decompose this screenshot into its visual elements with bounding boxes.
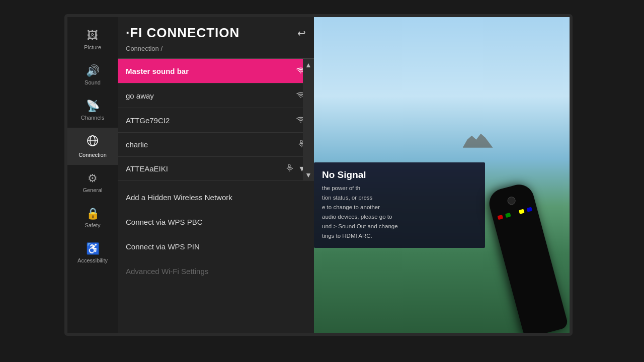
scrollbar[interactable]: ▲ ▼ — [303, 59, 314, 181]
accessibility-icon: ♿ — [86, 242, 100, 255]
remote-body — [486, 182, 569, 333]
channels-icon: 📡 — [86, 100, 100, 113]
sidebar-item-accessibility[interactable]: ♿ Accessibility — [67, 235, 118, 270]
general-icon: ⚙ — [88, 172, 98, 185]
connection-icon — [87, 135, 99, 150]
tv-background: No Signal the power of th tion status, o… — [314, 17, 570, 333]
network-item-master-sound-bar[interactable]: Master sound bar — [118, 59, 314, 83]
remote-button-blue — [526, 207, 532, 212]
network-item-go-away[interactable]: go away — [118, 83, 314, 108]
panel-header: ·FI CONNECTION ↩ — [118, 17, 314, 45]
remote-hand — [439, 127, 570, 333]
panel-title: ·FI CONNECTION — [126, 25, 239, 41]
svg-rect-3 — [300, 140, 302, 143]
sidebar-item-safety[interactable]: 🔒 Safety — [67, 200, 118, 235]
extra-options: Add a Hidden Wireless Network Connect vi… — [118, 181, 314, 288]
network-list-container: Master sound bar go away — [118, 59, 314, 181]
sidebar-item-label: Safety — [85, 222, 100, 228]
sidebar-item-label: Picture — [84, 44, 101, 50]
sidebar-item-label: Channels — [81, 115, 104, 121]
remote-button-red — [497, 215, 503, 220]
scroll-up-button[interactable]: ▲ — [305, 59, 312, 71]
safety-icon: 🔒 — [86, 207, 100, 220]
advanced-wifi-settings-option[interactable]: Advanced Wi-Fi Settings — [118, 259, 314, 284]
network-item-charlie[interactable]: charlie — [118, 133, 314, 157]
network-name: charlie — [126, 140, 148, 149]
sidebar-item-label: Sound — [85, 79, 101, 85]
connect-wps-pbc-option[interactable]: Connect via WPS PBC — [118, 210, 314, 234]
wifi-lock-icon — [285, 164, 294, 173]
network-list: Master sound bar go away — [118, 59, 314, 181]
network-name: Master sound bar — [126, 67, 189, 75]
connect-wps-pin-option[interactable]: Connect via WPS PIN — [118, 234, 314, 259]
option-label: Add a Hidden Wireless Network — [126, 193, 232, 202]
add-hidden-network-option[interactable]: Add a Hidden Wireless Network — [118, 185, 314, 210]
tv-display: No Signal the power of th tion status, o… — [314, 17, 570, 333]
sound-icon: 🔊 — [86, 64, 100, 77]
svg-rect-4 — [288, 164, 290, 167]
network-item-attge79ci2[interactable]: ATTGe79CI2 — [118, 108, 314, 133]
wifi-panel: ·FI CONNECTION ↩ Connection / Master sou… — [118, 17, 314, 333]
sidebar-item-sound[interactable]: 🔊 Sound — [67, 57, 118, 93]
picture-icon: 🖼 — [87, 29, 98, 42]
scroll-down-button[interactable]: ▼ — [305, 169, 312, 181]
breadcrumb: Connection / — [118, 45, 314, 59]
sidebar-item-label: Connection — [78, 152, 107, 158]
option-label: Connect via WPS PBC — [126, 218, 203, 226]
option-label: Advanced Wi-Fi Settings — [126, 267, 208, 276]
sidebar-item-picture[interactable]: 🖼 Picture — [67, 22, 118, 57]
back-button[interactable]: ↩ — [297, 27, 306, 39]
remote-button — [507, 196, 517, 206]
sidebar-item-connection[interactable]: Connection — [67, 128, 118, 165]
option-label: Connect via WPS PIN — [126, 242, 200, 251]
network-name: go away — [126, 92, 154, 100]
sidebar-item-label: General — [83, 187, 102, 193]
network-item-atteaelkl[interactable]: ATTEAaEIKI ▼ — [118, 157, 314, 181]
sidebar-item-channels[interactable]: 📡 Channels — [67, 93, 118, 128]
network-name: ATTEAaEIKI — [126, 164, 168, 173]
sidebar-item-general[interactable]: ⚙ General — [67, 165, 118, 200]
network-name: ATTGe79CI2 — [126, 116, 170, 125]
sidebar-item-label: Accessibility — [77, 257, 108, 263]
remote-button-green — [505, 213, 511, 218]
remote-button-yellow — [519, 209, 525, 214]
sidebar: 🖼 Picture 🔊 Sound 📡 Channels — [67, 17, 118, 333]
